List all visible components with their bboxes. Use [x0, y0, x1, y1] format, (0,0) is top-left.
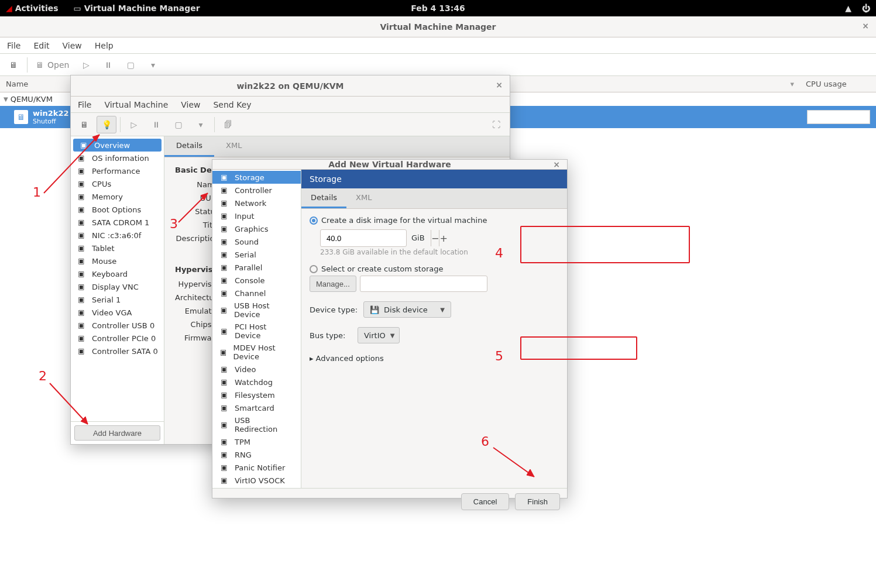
device-icon: ▣: [218, 365, 230, 374]
addhw-item-controller[interactable]: ▣Controller: [212, 184, 301, 197]
menu-view[interactable]: View: [181, 100, 200, 109]
hw-item-controller-sata-0[interactable]: ▣Controller SATA 0: [71, 345, 164, 357]
tab-xml[interactable]: XML: [346, 188, 381, 208]
run-icon[interactable]: ▷: [124, 116, 144, 133]
addhw-item-label: Sound: [235, 238, 259, 246]
menu-view[interactable]: View: [63, 41, 82, 50]
device-icon: ▣: [75, 333, 87, 343]
addhw-item-virtio-vsock[interactable]: ▣VirtIO VSOCK: [212, 474, 301, 487]
hw-item-sata-cdrom-1[interactable]: ▣SATA CDROM 1: [71, 216, 164, 229]
hw-item-cpus[interactable]: ▣CPUs: [71, 177, 164, 190]
addhw-item-label: Input: [235, 212, 255, 221]
activities-label[interactable]: Activities: [15, 4, 59, 13]
addhw-item-filesystem[interactable]: ▣Filesystem: [212, 388, 301, 401]
select-storage-radio[interactable]: Select or create custom storage: [310, 264, 559, 273]
add-hardware-button[interactable]: Add Hardware: [74, 425, 160, 441]
hw-item-mouse[interactable]: ▣Mouse: [71, 255, 164, 267]
addhw-item-watchdog[interactable]: ▣Watchdog: [212, 376, 301, 388]
run-icon[interactable]: ▷: [76, 56, 96, 74]
hw-item-nic-c3-a6-0f[interactable]: ▣NIC :c3:a6:0f: [71, 229, 164, 242]
menu-help[interactable]: Help: [95, 41, 114, 50]
cancel-button[interactable]: Cancel: [461, 493, 509, 510]
hw-item-os-information[interactable]: ▣OS information: [71, 152, 164, 164]
addhw-item-video[interactable]: ▣Video: [212, 363, 301, 376]
power-icon[interactable]: ⏻: [862, 4, 870, 13]
open-button[interactable]: 🖥 Open: [31, 60, 74, 70]
addhw-item-tpm[interactable]: ▣TPM: [212, 435, 301, 448]
hw-item-serial-1[interactable]: ▣Serial 1: [71, 293, 164, 306]
decrement-button[interactable]: −: [431, 230, 439, 246]
shutdown-icon[interactable]: ▢: [169, 116, 188, 133]
hw-item-video-vga[interactable]: ▣Video VGA: [71, 306, 164, 319]
device-type-value: Disk device: [384, 305, 428, 314]
hw-item-boot-options[interactable]: ▣Boot Options: [71, 203, 164, 216]
finish-button[interactable]: Finish: [515, 493, 560, 510]
add-hardware-dialog: Add New Virtual Hardware × ▣Storage▣Cont…: [212, 159, 568, 498]
menu-vm[interactable]: Virtual Machine: [104, 100, 168, 109]
close-icon[interactable]: ×: [496, 80, 503, 90]
new-vm-icon[interactable]: 🖥: [4, 56, 23, 74]
menu-file[interactable]: File: [78, 100, 91, 109]
tab-details[interactable]: Details: [301, 188, 346, 208]
addhw-item-usb-host-device[interactable]: ▣USB Host Device: [212, 300, 301, 321]
chevron-down-icon: ▼: [390, 332, 395, 339]
addhw-item-serial[interactable]: ▣Serial: [212, 248, 301, 261]
name-column[interactable]: Name: [6, 80, 28, 88]
expand-icon[interactable]: ▼: [4, 96, 8, 102]
hw-item-keyboard[interactable]: ▣Keyboard: [71, 267, 164, 280]
hw-item-display-vnc[interactable]: ▣Display VNC: [71, 280, 164, 293]
addhw-item-mdev-host-device[interactable]: ▣MDEV Host Device: [212, 342, 301, 363]
clock[interactable]: Feb 4 13:46: [411, 4, 465, 13]
addhw-item-panic-notifier[interactable]: ▣Panic Notifier: [212, 461, 301, 474]
addhw-item-rng[interactable]: ▣RNG: [212, 448, 301, 461]
addhw-item-usb-redirection[interactable]: ▣USB Redirection: [212, 414, 301, 435]
hw-item-tablet[interactable]: ▣Tablet: [71, 242, 164, 255]
snapshot-icon[interactable]: 🗐: [218, 116, 238, 133]
addhw-item-network[interactable]: ▣Network: [212, 197, 301, 209]
pause-icon[interactable]: ⏸: [146, 116, 166, 133]
hw-item-overview[interactable]: ▣Overview: [73, 139, 162, 152]
addhw-item-smartcard[interactable]: ▣Smartcard: [212, 401, 301, 414]
menu-sendkey[interactable]: Send Key: [213, 100, 251, 109]
app-menu[interactable]: ▭ Virtual Machine Manager: [74, 4, 200, 13]
dropdown-icon[interactable]: ▾: [143, 56, 163, 74]
close-icon[interactable]: ×: [862, 21, 869, 30]
device-icon: ▣: [218, 224, 230, 233]
addhw-item-channel[interactable]: ▣Channel: [212, 287, 301, 300]
hw-item-controller-usb-0[interactable]: ▣Controller USB 0: [71, 319, 164, 332]
console-icon[interactable]: 🖥: [74, 116, 94, 133]
increment-button[interactable]: +: [439, 230, 447, 246]
cpu-column[interactable]: CPU usage: [800, 80, 876, 88]
hw-item-performance[interactable]: ▣Performance: [71, 164, 164, 177]
advanced-options-expander[interactable]: ▸ Advanced options: [310, 354, 559, 363]
addhw-item-pci-host-device[interactable]: ▣PCI Host Device: [212, 321, 301, 342]
close-icon[interactable]: ×: [553, 160, 560, 169]
shutdown-icon[interactable]: ▢: [121, 56, 140, 74]
bus-type-combo[interactable]: VirtIO ▼: [358, 327, 400, 343]
fullscreen-icon[interactable]: ⛶: [486, 116, 506, 133]
pause-icon[interactable]: ⏸: [98, 56, 118, 74]
separator: [214, 117, 215, 132]
create-disk-radio[interactable]: Create a disk image for the virtual mach…: [310, 216, 559, 225]
menu-edit[interactable]: Edit: [33, 41, 49, 50]
manage-button[interactable]: Manage...: [310, 276, 356, 292]
network-icon[interactable]: ▲: [845, 4, 851, 13]
addhw-item-input[interactable]: ▣Input: [212, 209, 301, 222]
hw-item-controller-pcie-0[interactable]: ▣Controller PCIe 0: [71, 332, 164, 345]
device-type-combo[interactable]: 💾 Disk device ▼: [363, 301, 451, 318]
disk-size-spinner[interactable]: − +: [320, 229, 407, 247]
hw-item-memory[interactable]: ▣Memory: [71, 190, 164, 203]
storage-path-input[interactable]: [360, 276, 487, 292]
addhw-item-console[interactable]: ▣Console: [212, 274, 301, 287]
device-icon: ▣: [218, 237, 230, 246]
menu-file[interactable]: File: [7, 41, 20, 50]
addhw-item-parallel[interactable]: ▣Parallel: [212, 261, 301, 274]
tab-details[interactable]: Details: [164, 136, 214, 157]
sort-icon[interactable]: ▾: [790, 80, 794, 88]
addhw-item-graphics[interactable]: ▣Graphics: [212, 222, 301, 235]
tab-xml[interactable]: XML: [214, 136, 253, 157]
details-icon[interactable]: 💡: [97, 116, 116, 133]
dropdown-icon[interactable]: ▾: [191, 116, 211, 133]
addhw-item-sound[interactable]: ▣Sound: [212, 235, 301, 248]
addhw-item-storage[interactable]: ▣Storage: [212, 171, 301, 184]
